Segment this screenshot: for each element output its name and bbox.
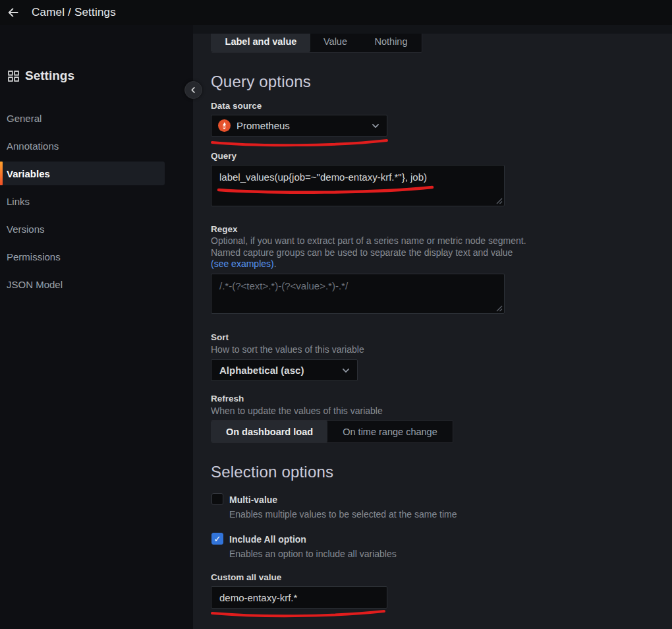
include-all-description: Enables an option to include all variabl… xyxy=(229,549,397,559)
refresh-label: Refresh xyxy=(211,394,244,404)
sort-description: How to sort the values of this variable xyxy=(211,344,364,355)
sidebar-item-general[interactable]: General xyxy=(0,106,165,130)
sidebar-header: Settings xyxy=(8,69,74,83)
query-textarea[interactable]: label_values(up{job=~"demo-entaxy-krf.*"… xyxy=(211,165,505,206)
sidebar-menu: General Annotations Variables Links Vers… xyxy=(0,106,165,300)
prometheus-icon xyxy=(218,119,231,132)
custom-all-value-label: Custom all value xyxy=(211,572,281,582)
multi-value-checkbox[interactable] xyxy=(211,493,223,505)
data-source-select[interactable]: Prometheus xyxy=(211,115,387,136)
refresh-radio-group: On dashboard load On time range change xyxy=(211,420,453,443)
include-all-label: Include All option xyxy=(229,534,306,545)
chevron-left-icon xyxy=(190,86,197,94)
sidebar-item-links[interactable]: Links xyxy=(0,189,165,213)
sort-select[interactable]: Alphabetical (asc) xyxy=(211,359,358,381)
query-field-wrap: label_values(up{job=~"demo-entaxy-krf.*"… xyxy=(211,165,505,206)
selection-options-heading: Selection options xyxy=(211,463,333,481)
custom-all-value-wrap xyxy=(211,586,387,609)
sidebar-item-annotations[interactable]: Annotations xyxy=(0,134,165,158)
regex-label: Regex xyxy=(211,224,238,234)
red-underline-custom-all-value xyxy=(210,609,387,620)
see-examples-link[interactable]: (see examples) xyxy=(211,258,274,269)
settings-sidebar: Settings General Annotations Variables L… xyxy=(0,25,193,629)
query-label: Query xyxy=(211,151,237,161)
sidebar-item-permissions[interactable]: Permissions xyxy=(0,245,165,268)
red-underline-data-source xyxy=(210,137,390,149)
arrow-left-icon xyxy=(6,5,20,20)
scroll-header-strip xyxy=(193,25,672,34)
variables-editor-main: Label and value Value Nothing Query opti… xyxy=(193,25,672,629)
sort-value: Alphabetical (asc) xyxy=(219,365,304,376)
page-breadcrumb-title: Camel / Settings xyxy=(32,6,116,19)
include-all-checkbox[interactable]: ✓ xyxy=(211,533,223,545)
data-source-value: Prometheus xyxy=(237,120,290,131)
checkmark-icon: ✓ xyxy=(214,534,221,544)
refresh-option-dashboard-load[interactable]: On dashboard load xyxy=(211,421,327,442)
sidebar-collapse-button[interactable] xyxy=(184,81,202,99)
sidebar-item-versions[interactable]: Versions xyxy=(0,217,165,241)
back-arrow-button[interactable] xyxy=(0,0,26,25)
chevron-down-icon xyxy=(341,366,350,375)
refresh-description: When to update the values of this variab… xyxy=(211,405,383,416)
regex-textarea[interactable] xyxy=(211,274,505,314)
apps-grid-icon xyxy=(8,71,19,82)
top-navbar: Camel / Settings xyxy=(0,0,672,25)
query-options-heading: Query options xyxy=(211,73,311,91)
custom-all-value-input[interactable] xyxy=(211,586,387,609)
data-source-label: Data source xyxy=(211,101,262,111)
sidebar-title: Settings xyxy=(25,69,74,83)
regex-description: Optional, if you want to extract part of… xyxy=(211,235,530,270)
sort-label: Sort xyxy=(211,332,229,342)
multi-value-description: Enables multiple values to be selected a… xyxy=(229,509,457,520)
chevron-down-icon xyxy=(371,121,380,131)
multi-value-label: Multi-value xyxy=(229,494,277,505)
active-item-accent-bar xyxy=(0,162,3,185)
sidebar-item-variables[interactable]: Variables xyxy=(0,162,165,185)
sidebar-item-json-model[interactable]: JSON Model xyxy=(0,272,165,296)
refresh-option-time-range-change[interactable]: On time range change xyxy=(327,421,453,442)
regex-field-wrap xyxy=(211,274,505,314)
